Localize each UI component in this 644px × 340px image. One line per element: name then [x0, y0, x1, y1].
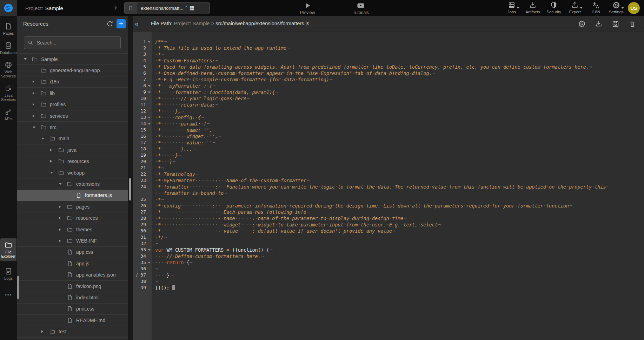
sidebar-item-pages[interactable]: Pages — [0, 16, 17, 35]
topbar-action-tutorials[interactable]: Tutorials — [350, 2, 372, 15]
gutter-cell[interactable]: 19 — [133, 152, 152, 158]
code-editor[interactable]: 1/**¬2·*·This·file·is·used·to·extend·the… — [133, 32, 644, 340]
gutter-cell[interactable]: 24 — [133, 184, 152, 190]
project-breadcrumb[interactable]: Project: Sample — [25, 0, 63, 16]
download-button[interactable] — [595, 20, 603, 28]
chevron-down-icon[interactable] — [41, 138, 44, 140]
tree-row-generated-angular-app[interactable]: generated-angular-app — [17, 65, 128, 76]
gutter-cell[interactable]: 28 — [133, 215, 152, 222]
gutter-cell[interactable]: 29 — [133, 222, 152, 228]
tree-row-resources[interactable]: resources — [17, 156, 128, 167]
sidebar-item-databases[interactable]: Databases — [0, 35, 17, 55]
menu-item-settings[interactable]: Settings — [606, 1, 626, 14]
gutter-cell[interactable]: 38 — [133, 278, 152, 285]
sidebar-item-apis[interactable]: APIs — [0, 102, 17, 121]
tree-row-web-inf[interactable]: WEB-INF — [17, 235, 128, 246]
fold-arrow-icon[interactable] — [148, 262, 151, 264]
fold-arrow-icon[interactable] — [148, 249, 151, 251]
gutter-cell[interactable]: 36 — [133, 266, 152, 272]
tree-row-webapp[interactable]: webapp — [17, 167, 128, 178]
gutter-cell[interactable]: 6 — [133, 70, 152, 76]
chevron-right-icon[interactable] — [50, 149, 52, 151]
sidebar-item-web-services[interactable]: Web Services — [0, 55, 17, 78]
splitter-scrollbar-thumb[interactable] — [129, 178, 131, 200]
menu-item-security[interactable]: Security — [544, 1, 564, 14]
resource-search[interactable] — [24, 36, 121, 49]
fold-arrow-icon[interactable] — [148, 123, 151, 125]
tree-row-main[interactable]: main — [17, 133, 128, 144]
sidebar-item-java-services[interactable]: Java Services — [0, 78, 17, 102]
gutter-cell[interactable]: 3 — [133, 51, 152, 57]
sidebar-item-logs[interactable]: Logs — [0, 261, 17, 280]
chevron-right-icon[interactable] — [59, 217, 61, 219]
tree-row-profiles[interactable]: profiles — [17, 99, 128, 110]
gutter-cell[interactable]: 18 — [133, 146, 152, 152]
gutter-cell[interactable]: 17 — [133, 140, 152, 146]
add-resource-button[interactable]: + — [117, 19, 126, 28]
refresh-button[interactable] — [106, 20, 114, 28]
chevron-right-icon[interactable] — [50, 160, 52, 163]
gutter-cell[interactable]: 5 — [133, 64, 152, 70]
chevron-right-icon[interactable] — [41, 330, 43, 333]
gutter-cell[interactable]: 39 — [133, 285, 152, 291]
tree-row-resources[interactable]: resources — [17, 212, 128, 224]
fold-arrow-icon[interactable] — [148, 85, 151, 87]
tree-row-themes[interactable]: themes — [17, 224, 128, 235]
gutter-cell[interactable]: 11 — [133, 102, 152, 108]
chevron-down-icon[interactable] — [24, 58, 27, 60]
gutter-cell[interactable]: 14 — [133, 121, 152, 127]
tree-row-extensions[interactable]: extensions — [17, 178, 128, 190]
gutter-cell[interactable]: 2 — [133, 45, 152, 51]
delete-button[interactable] — [629, 20, 636, 28]
gutter-cell[interactable]: 22 — [133, 171, 152, 177]
tree-row-favicon.png[interactable]: favicon.png — [17, 281, 128, 292]
gutter-cell[interactable]: 12 — [133, 108, 152, 114]
save-button[interactable] — [612, 20, 619, 28]
tree-row-app.js[interactable]: app.js — [17, 258, 128, 269]
gutter-cell[interactable]: 15 — [133, 127, 152, 133]
gutter-cell[interactable]: 9 — [133, 89, 152, 95]
gutter-cell[interactable]: 32 — [133, 240, 152, 247]
tree-row-src[interactable]: src — [17, 122, 128, 133]
gutter-cell[interactable]: 25 — [133, 196, 152, 203]
gutter-cell[interactable]: i37 — [133, 272, 152, 278]
sidebar-item-file-explorer[interactable]: File Explorer — [0, 238, 16, 261]
menu-item-jobs[interactable]: Jobs — [502, 1, 522, 14]
gutter-cell[interactable]: 26 — [133, 203, 152, 209]
fold-arrow-icon[interactable] — [148, 41, 151, 43]
rail-overflow-button[interactable]: ••• — [0, 292, 17, 298]
menu-item-artifacts[interactable]: Artifacts — [523, 1, 543, 14]
tree-row-print.css[interactable]: print.css — [17, 304, 128, 315]
tree-row-i18n[interactable]: i18n — [17, 76, 128, 88]
fold-arrow-icon[interactable] — [148, 91, 151, 93]
tree-row-java[interactable]: java — [17, 144, 128, 156]
gutter-cell[interactable]: 8 — [133, 83, 152, 89]
file-settings-button[interactable] — [578, 20, 586, 28]
gutter-cell[interactable]: 7 — [133, 76, 152, 83]
collapse-panel-button[interactable]: « — [135, 20, 139, 28]
gutter-cell[interactable]: 30 — [133, 228, 152, 234]
tree-row-lib[interactable]: lib — [17, 88, 128, 99]
tree-row-app.variables.json[interactable]: app.variables.json — [17, 269, 128, 280]
gutter-cell[interactable]: 10 — [133, 95, 152, 102]
panel-splitter[interactable] — [128, 16, 133, 340]
chevron-right-icon[interactable] — [33, 115, 34, 117]
tree-row-sample[interactable]: Sample — [17, 54, 128, 65]
gutter-cell[interactable]: 21 — [133, 165, 152, 171]
gutter-cell[interactable]: 20 — [133, 158, 152, 165]
chevron-right-icon[interactable] — [33, 92, 34, 95]
gutter-cell[interactable]: 33 — [133, 247, 152, 253]
gutter-cell[interactable]: 34 — [133, 253, 152, 259]
gutter-cell[interactable]: 31 — [133, 234, 152, 240]
search-input[interactable] — [36, 40, 117, 46]
app-logo[interactable] — [0, 0, 17, 16]
user-avatar[interactable]: US — [628, 2, 640, 14]
menu-item-i18n[interactable]: I18N — [586, 1, 606, 14]
chevron-down-icon[interactable] — [33, 127, 35, 128]
gutter-cell[interactable]: 1 — [133, 39, 152, 45]
menu-item-export[interactable]: Export — [565, 1, 585, 14]
chevron-down-icon[interactable] — [59, 183, 62, 185]
chevron-right-icon[interactable] — [59, 228, 61, 231]
gutter-cell[interactable] — [133, 190, 152, 196]
gutter-cell[interactable]: 23 — [133, 177, 152, 184]
